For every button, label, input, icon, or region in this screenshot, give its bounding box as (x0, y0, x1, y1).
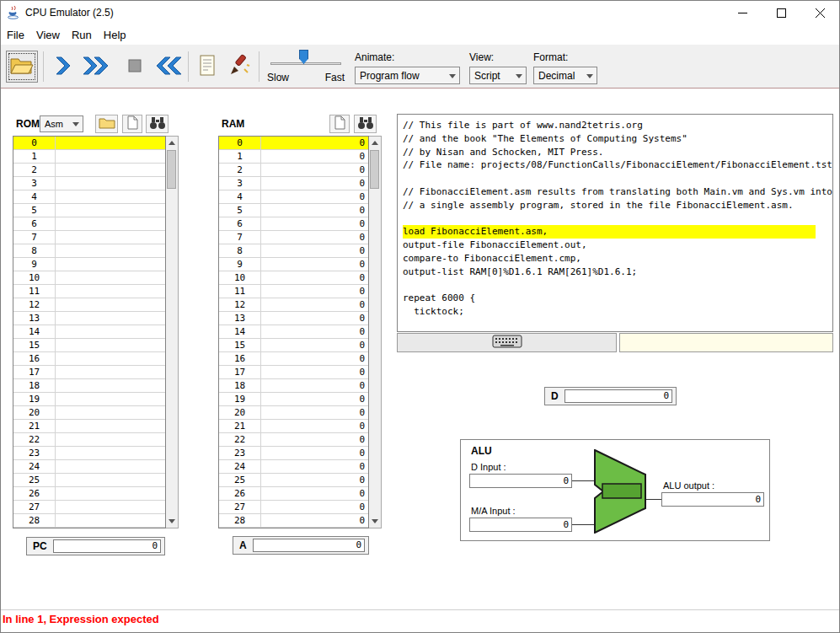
address-cell[interactable]: 21 (13, 420, 56, 433)
ram-scrollbar[interactable] (369, 136, 382, 528)
script-line[interactable]: // File name: projects/08/FunctionCalls/… (403, 158, 832, 172)
memory-row[interactable]: 60 (219, 217, 368, 231)
memory-row[interactable]: 30 (219, 177, 368, 190)
address-cell[interactable]: 9 (219, 258, 261, 271)
address-cell[interactable]: 14 (13, 325, 56, 339)
address-cell[interactable]: 24 (13, 460, 56, 474)
value-cell[interactable] (56, 137, 165, 150)
address-cell[interactable]: 7 (13, 231, 56, 244)
value-cell[interactable]: 0 (261, 393, 368, 406)
address-cell[interactable]: 20 (13, 406, 56, 420)
address-cell[interactable]: 18 (219, 379, 261, 393)
memory-row[interactable]: 13 (13, 312, 165, 325)
memory-row[interactable]: 150 (219, 339, 368, 352)
memory-row[interactable]: 16 (13, 352, 165, 366)
rom-find-button[interactable] (146, 115, 169, 133)
address-cell[interactable]: 4 (13, 190, 56, 204)
address-cell[interactable]: 7 (219, 231, 261, 244)
memory-row[interactable]: 280 (219, 514, 368, 528)
value-cell[interactable] (56, 460, 165, 474)
scrollbar-thumb[interactable] (370, 150, 379, 189)
memory-row[interactable]: 00 (219, 137, 368, 150)
address-cell[interactable]: 3 (219, 177, 261, 190)
memory-row[interactable]: 22 (13, 433, 165, 447)
memory-row[interactable]: 19 (13, 393, 165, 406)
address-cell[interactable]: 17 (219, 366, 261, 379)
memory-row[interactable]: 80 (219, 244, 368, 258)
address-cell[interactable]: 1 (13, 150, 56, 164)
value-cell[interactable] (56, 312, 165, 325)
value-cell[interactable]: 0 (261, 244, 368, 258)
ram-find-button[interactable] (354, 115, 377, 133)
value-cell[interactable] (56, 285, 165, 298)
memory-row[interactable]: 8 (13, 244, 165, 258)
value-cell[interactable] (56, 487, 165, 501)
address-cell[interactable]: 26 (219, 487, 261, 501)
address-cell[interactable]: 22 (219, 433, 261, 447)
rom-format-dropdown[interactable]: Asm (40, 115, 83, 132)
script-line[interactable]: load FibonacciElement.asm, (403, 225, 816, 239)
value-cell[interactable] (56, 204, 165, 217)
value-cell[interactable]: 0 (261, 271, 368, 285)
memory-row[interactable]: 130 (219, 312, 368, 325)
rom-scrollbar[interactable] (166, 136, 179, 528)
memory-row[interactable]: 27 (13, 501, 165, 514)
run-button[interactable] (80, 51, 112, 83)
menu-view[interactable]: View (30, 26, 66, 44)
memory-row[interactable]: 9 (13, 258, 165, 271)
script-line[interactable]: output-file FibonacciElement.out, (403, 239, 832, 252)
address-cell[interactable]: 12 (13, 298, 56, 312)
address-cell[interactable]: 11 (13, 285, 56, 298)
value-cell[interactable]: 0 (261, 164, 368, 177)
value-cell[interactable] (56, 177, 165, 190)
value-cell[interactable] (56, 433, 165, 447)
value-cell[interactable]: 0 (261, 460, 368, 474)
view-script-button[interactable] (191, 51, 223, 83)
value-cell[interactable] (56, 406, 165, 420)
address-cell[interactable]: 18 (13, 379, 56, 393)
script-line[interactable]: repeat 6000 { (403, 292, 832, 305)
memory-row[interactable]: 6 (13, 217, 165, 231)
memory-row[interactable]: 20 (13, 406, 165, 420)
address-cell[interactable]: 11 (219, 285, 261, 298)
memory-row[interactable]: 28 (13, 514, 165, 528)
rom-clear-button[interactable] (122, 115, 142, 133)
address-cell[interactable]: 5 (219, 204, 261, 217)
value-cell[interactable]: 0 (261, 190, 368, 204)
load-program-button[interactable] (6, 51, 38, 83)
memory-row[interactable]: 170 (219, 366, 368, 379)
format-dropdown[interactable]: Decimal (533, 67, 597, 84)
close-button[interactable] (800, 1, 839, 24)
address-cell[interactable]: 25 (13, 474, 56, 487)
address-cell[interactable]: 25 (219, 474, 261, 487)
address-cell[interactable]: 19 (13, 393, 56, 406)
value-cell[interactable]: 0 (261, 285, 368, 298)
memory-row[interactable]: 40 (219, 190, 368, 204)
memory-row[interactable]: 12 (13, 298, 165, 312)
value-cell[interactable]: 0 (261, 474, 368, 487)
animate-dropdown[interactable]: Program flow (355, 67, 460, 84)
address-cell[interactable]: 28 (219, 514, 261, 528)
address-cell[interactable]: 23 (13, 447, 56, 460)
memory-row[interactable]: 3 (13, 177, 165, 190)
address-cell[interactable]: 19 (219, 393, 261, 406)
address-cell[interactable]: 17 (13, 366, 56, 379)
address-cell[interactable]: 1 (219, 150, 261, 164)
address-cell[interactable]: 0 (219, 137, 261, 150)
scroll-up-icon[interactable] (166, 137, 177, 149)
memory-row[interactable]: 110 (219, 285, 368, 298)
memory-row[interactable]: 21 (13, 420, 165, 433)
memory-row[interactable]: 200 (219, 406, 368, 420)
script-line[interactable]: // This file is part of www.nand2tetris.… (403, 119, 832, 132)
scroll-up-icon[interactable] (369, 137, 380, 149)
single-step-button[interactable] (46, 51, 78, 83)
address-cell[interactable]: 28 (13, 514, 56, 528)
menu-run[interactable]: Run (66, 26, 98, 44)
address-cell[interactable]: 5 (13, 204, 56, 217)
address-cell[interactable]: 0 (13, 137, 56, 150)
address-cell[interactable]: 13 (219, 312, 261, 325)
memory-row[interactable]: 120 (219, 298, 368, 312)
address-cell[interactable]: 16 (13, 352, 56, 366)
memory-row[interactable]: 50 (219, 204, 368, 217)
value-cell[interactable] (56, 325, 165, 339)
